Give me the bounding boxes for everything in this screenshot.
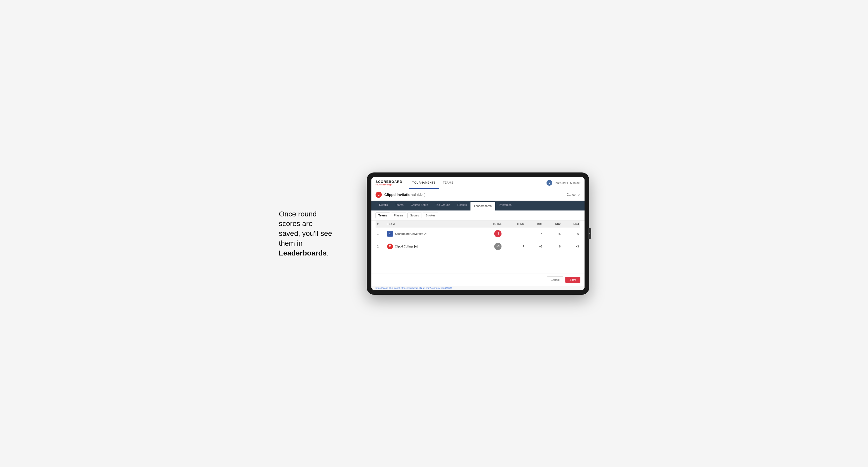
instruction-text: Once round scores are saved, you'll see … [279, 209, 351, 258]
row2-total: +3 [478, 240, 503, 253]
instruction-line3: saved, you'll see [279, 229, 332, 238]
logo-sub-prefix: Powered by [376, 184, 387, 186]
row2-rank: 2 [376, 240, 385, 253]
row1-rd1: -4 [526, 227, 544, 240]
tab-course-setup[interactable]: Course Setup [407, 201, 432, 211]
user-name: Test User | [554, 181, 568, 184]
tournament-header: C Clippd Invitational (Men) Cancel ✕ [371, 189, 585, 201]
side-arrow: › [588, 228, 591, 239]
team2-name: Clippd College [A] [395, 245, 418, 248]
logo-sub: Powered by clippd [376, 184, 402, 186]
logo-title: SCOREBOARD [376, 180, 402, 184]
row1-team: SU Scoreboard University [A] [385, 227, 478, 240]
tablet-screen: SCOREBOARD Powered by clippd TOURNAMENTS… [371, 177, 585, 290]
col-total: TOTAL [478, 221, 503, 227]
sub-tab-strokes[interactable]: Strokes [423, 213, 438, 218]
team1-name: Scoreboard University [A] [395, 232, 427, 235]
tab-tee-groups[interactable]: Tee Groups [432, 201, 454, 211]
tablet-frame: › SCOREBOARD Powered by clippd TOURNAMEN… [367, 173, 589, 295]
tab-results[interactable]: Results [454, 201, 470, 211]
tab-printables[interactable]: Printables [495, 201, 515, 211]
sub-tab-scores[interactable]: Scores [407, 213, 422, 218]
row1-thru: F [503, 227, 526, 240]
top-nav: SCOREBOARD Powered by clippd TOURNAMENTS… [371, 177, 585, 189]
team2-logo: C [387, 244, 393, 249]
row2-rd1: +8 [526, 240, 544, 253]
nav-link-tournaments[interactable]: TOURNAMENTS [409, 177, 439, 189]
tab-details[interactable]: Details [376, 201, 392, 211]
row1-rd3: -6 [562, 227, 580, 240]
close-icon: ✕ [578, 193, 580, 196]
row1-total-badge: -5 [494, 230, 501, 238]
col-thru: THRU [503, 221, 526, 227]
col-rd1: RD1 [526, 221, 544, 227]
sub-tab-players[interactable]: Players [391, 213, 406, 218]
table-row: 2 C Clippd College [A] +3 F [376, 240, 580, 253]
instruction-period: . [327, 249, 329, 257]
row1-total: -5 [478, 227, 503, 240]
col-rank: # [376, 221, 385, 227]
col-rd3: RD3 [562, 221, 580, 227]
table-row: 1 SU Scoreboard University [A] -5 F [376, 227, 580, 240]
row2-thru: F [503, 240, 526, 253]
tab-teams[interactable]: Teams [392, 201, 407, 211]
sub-tab-bar: Teams Players Scores Strokes [371, 211, 585, 221]
user-avatar: S [547, 180, 552, 186]
tab-bar: Details Teams Course Setup Tee Groups Re… [371, 201, 585, 211]
logo-area: SCOREBOARD Powered by clippd [376, 180, 402, 186]
save-button[interactable]: Save [565, 277, 580, 283]
url-bar: https://stage-blue-coach.stagescoreboard… [371, 286, 585, 290]
row1-rd2: +5 [544, 227, 562, 240]
leaderboard-table-container: # TEAM TOTAL THRU RD1 RD2 RD3 1 [371, 221, 585, 253]
instruction-line4: them in [279, 239, 303, 247]
row1-rank: 1 [376, 227, 385, 240]
col-team: TEAM [385, 221, 478, 227]
leaderboard-table: # TEAM TOTAL THRU RD1 RD2 RD3 1 [376, 221, 580, 253]
table-header-row: # TEAM TOTAL THRU RD1 RD2 RD3 [376, 221, 580, 227]
nav-link-teams[interactable]: TEAMS [439, 177, 457, 189]
nav-links: TOURNAMENTS TEAMS [409, 177, 457, 189]
tournament-logo: C [376, 192, 382, 198]
modal-footer: Cancel Save [371, 274, 585, 286]
tournament-gender: (Men) [417, 193, 425, 196]
instruction-line1: Once round [279, 210, 317, 218]
logo-brand: clippd [387, 184, 392, 186]
cancel-button[interactable]: Cancel [547, 276, 563, 283]
tab-leaderboards[interactable]: Leaderboards [470, 202, 495, 211]
cancel-header-button[interactable]: Cancel ✕ [567, 193, 580, 196]
instruction-line2: scores are [279, 220, 313, 227]
col-rd2: RD2 [544, 221, 562, 227]
tournament-name: Clippd Invitational [384, 193, 416, 197]
sign-out-link[interactable]: Sign out [570, 181, 580, 184]
row2-team: C Clippd College [A] [385, 240, 478, 253]
nav-right: S Test User | Sign out [547, 180, 580, 186]
row2-rd3: +3 [562, 240, 580, 253]
team1-logo: SU [387, 231, 393, 237]
instruction-bold: Leaderboards [279, 249, 327, 257]
row2-total-badge: +3 [494, 243, 501, 250]
sub-tab-teams[interactable]: Teams [376, 213, 390, 218]
row2-rd2: -8 [544, 240, 562, 253]
